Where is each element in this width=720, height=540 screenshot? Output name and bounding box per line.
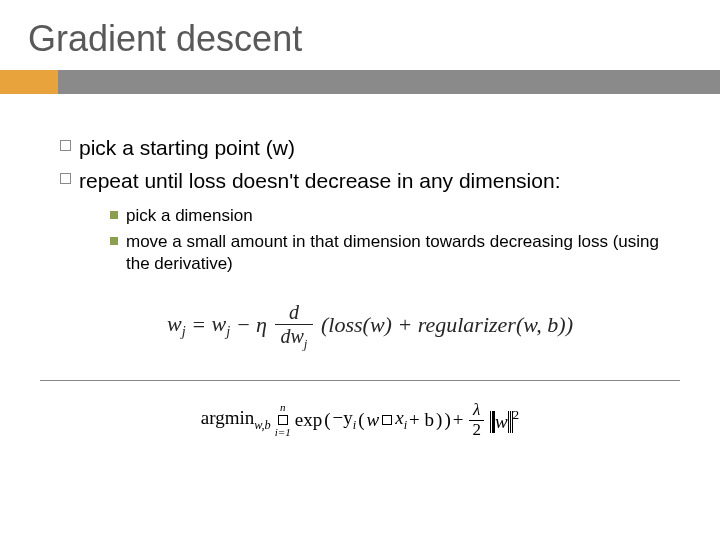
plus: + [453, 409, 464, 431]
sub-bullet-list: pick a dimension move a small amount in … [110, 205, 680, 275]
close-paren-inner: ) [436, 409, 442, 431]
open-paren: ( [324, 409, 330, 431]
accent-orange [0, 70, 58, 94]
lambda: λ [469, 401, 484, 421]
close-paren: ) [444, 409, 450, 431]
eta: η [256, 311, 267, 336]
var-w: w [367, 409, 380, 431]
reg-args: (w, b) [516, 311, 566, 336]
argmin: argminw,b [201, 407, 271, 433]
placeholder-box-icon [382, 415, 392, 425]
lambda-over-2: λ 2 [469, 401, 484, 439]
open-paren-inner: ( [358, 409, 364, 431]
sub-bullet-text: move a small amount in that dimension to… [126, 231, 680, 275]
accent-gray [58, 70, 720, 94]
var-x: xi [395, 407, 407, 433]
summation: n i=1 [275, 402, 291, 438]
frac-numerator: d [275, 301, 314, 325]
var-wj-lhs: wj [167, 311, 186, 336]
plus-b: + b [409, 409, 434, 431]
neg-y: −yi [333, 407, 357, 433]
norm-w-squared: w2 [490, 407, 519, 433]
accent-bar [0, 70, 720, 94]
equals: = [191, 311, 211, 336]
var-wj-rhs: wj [212, 311, 231, 336]
placeholder-box-icon [278, 415, 288, 425]
bullet-item: pick a starting point (w) [60, 134, 680, 161]
loss-fn: loss [328, 311, 362, 336]
two: 2 [469, 421, 484, 440]
filled-square-bullet-icon [110, 237, 118, 245]
divider [40, 380, 680, 381]
double-bar-left-icon [490, 411, 495, 433]
square-bullet-icon [60, 140, 71, 151]
slide-content: pick a starting point (w) repeat until l… [0, 94, 720, 352]
regularizer-fn: regularizer [418, 311, 516, 336]
objective-formula: argminw,b n i=1 exp(−yi (wxi + b)) + λ 2… [0, 401, 720, 439]
filled-square-bullet-icon [110, 211, 118, 219]
derivative-fraction: d dwj [275, 301, 314, 352]
minus: − [236, 311, 256, 336]
slide-title: Gradient descent [28, 18, 692, 60]
sub-bullet-item: move a small amount in that dimension to… [110, 231, 680, 275]
bullet-text: pick a starting point (w) [79, 134, 295, 161]
sum-lower: i=1 [275, 427, 291, 438]
square-bullet-icon [60, 173, 71, 184]
close-paren: ) [566, 311, 573, 336]
exp-fn: exp [295, 409, 322, 431]
loss-args: (w) [363, 311, 392, 336]
bullet-item: repeat until loss doesn't decrease in an… [60, 167, 680, 194]
sub-bullet-item: pick a dimension [110, 205, 680, 227]
sum-upper: n [275, 402, 291, 413]
sub-bullet-text: pick a dimension [126, 205, 253, 227]
bullet-text: repeat until loss doesn't decrease in an… [79, 167, 560, 194]
double-bar-right-icon [508, 411, 513, 433]
frac-denominator: dwj [275, 325, 314, 352]
plus: + [397, 311, 412, 336]
update-rule-formula: wj = wj − η d dwj (loss(w) + regularizer… [60, 301, 680, 352]
